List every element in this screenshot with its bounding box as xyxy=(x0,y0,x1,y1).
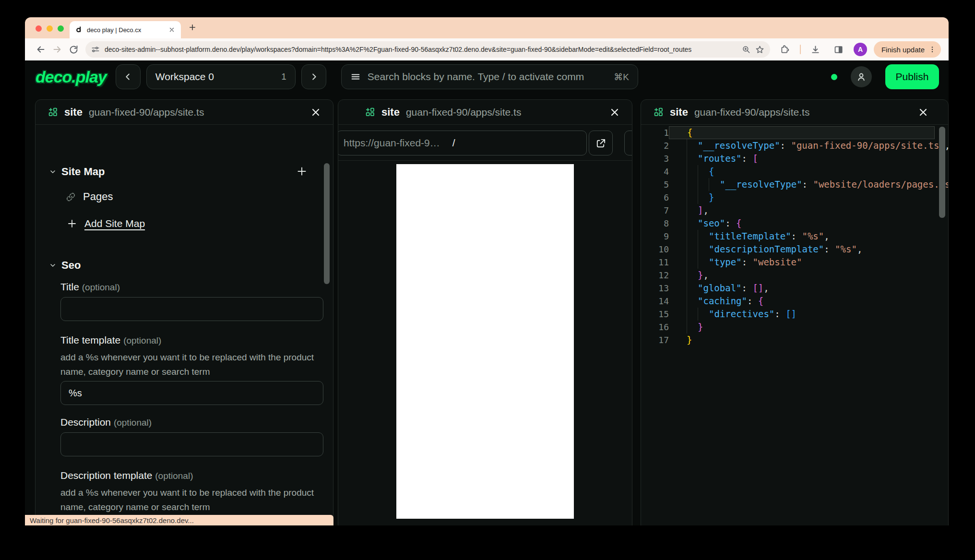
code-token: "titleTemplate" xyxy=(709,231,791,241)
code-line-content[interactable]: } xyxy=(669,334,948,346)
left-panel-scrollbar[interactable] xyxy=(324,163,330,284)
code-line[interactable]: 14"caching": { xyxy=(641,295,948,308)
reload-icon[interactable] xyxy=(65,41,82,58)
code-line[interactable]: 10"descriptionTemplate": "%s", xyxy=(641,243,948,256)
code-line-content[interactable]: ], xyxy=(669,204,948,217)
close-icon[interactable] xyxy=(917,107,929,118)
code-line[interactable]: 12}, xyxy=(641,269,948,282)
code-token: "directives" xyxy=(709,309,774,319)
title-input[interactable] xyxy=(60,297,323,321)
code-token: [ xyxy=(752,153,758,164)
code-token: : xyxy=(824,244,835,254)
close-icon[interactable] xyxy=(310,107,321,118)
browser-menu-icon[interactable] xyxy=(928,46,936,53)
bookmark-star-icon[interactable] xyxy=(755,45,764,54)
browser-tab[interactable]: deco play | Deco.cx xyxy=(70,21,181,38)
code-line[interactable]: 3"routes": [ xyxy=(641,152,948,165)
user-avatar[interactable] xyxy=(851,66,872,87)
add-site-map-link[interactable]: Add Site Map xyxy=(66,214,145,233)
address-bar[interactable]: deco-sites-admin--subhost-platform.deno.… xyxy=(85,41,770,58)
code-line[interactable]: 9"titleTemplate": "%s", xyxy=(641,230,948,243)
forward-icon[interactable] xyxy=(49,41,65,58)
menu-hamburger-icon[interactable] xyxy=(350,71,361,82)
code-line[interactable]: 15"directives": [] xyxy=(641,308,948,321)
publish-button[interactable]: Publish xyxy=(885,64,939,89)
preview-url-input[interactable]: https://guan-fixed-9… / xyxy=(338,131,587,155)
code-line-content[interactable]: "global": [], xyxy=(669,282,948,295)
code-token: ] xyxy=(698,205,703,215)
title-field-label: Title (optional) xyxy=(60,281,120,293)
workspace-prev-button[interactable] xyxy=(116,64,141,89)
indent-guide xyxy=(709,178,720,191)
site-map-section-header[interactable]: Site Map xyxy=(49,162,105,181)
site-map-item-pages[interactable]: Pages xyxy=(65,187,113,206)
line-number: 14 xyxy=(641,295,669,308)
line-number: 13 xyxy=(641,282,669,295)
code-line[interactable]: 17} xyxy=(641,334,948,346)
finish-update-button[interactable]: Finish update xyxy=(874,41,941,58)
extensions-puzzle-icon[interactable] xyxy=(777,41,793,58)
indent-guide xyxy=(687,217,698,230)
block-search-input[interactable]: Search blocks by name. Type / to activat… xyxy=(341,64,638,89)
site-preview-viewport[interactable] xyxy=(396,164,574,519)
code-line-content[interactable]: } xyxy=(669,321,948,334)
side-panel-icon[interactable] xyxy=(831,41,847,58)
code-line[interactable]: 11"type": "website" xyxy=(641,256,948,269)
open-external-button[interactable] xyxy=(589,131,613,155)
zoom-window-button[interactable] xyxy=(58,25,64,32)
code-line[interactable]: 8"seo": { xyxy=(641,217,948,230)
window-controls xyxy=(36,25,64,32)
close-window-button[interactable] xyxy=(36,25,42,32)
deco-play-logo[interactable]: deco.play xyxy=(36,68,107,86)
code-line-content[interactable]: } xyxy=(669,191,948,204)
code-line-content[interactable]: "__resolveType": "website/loaders/pages.… xyxy=(669,178,948,191)
workspace-next-button[interactable] xyxy=(301,64,326,89)
chevron-down-icon[interactable] xyxy=(49,168,57,176)
line-number: 8 xyxy=(641,217,669,230)
code-line-content[interactable]: "descriptionTemplate": "%s", xyxy=(669,243,948,256)
add-site-map-plus-icon[interactable] xyxy=(296,165,308,178)
tab-close-icon[interactable] xyxy=(168,26,175,33)
url-text[interactable]: deco-sites-admin--subhost-platform.deno.… xyxy=(105,46,737,53)
code-line-content[interactable]: "caching": { xyxy=(669,295,948,308)
code-line-content[interactable]: "titleTemplate": "%s", xyxy=(669,230,948,243)
optional-hint: (optional) xyxy=(114,417,152,428)
code-line-content[interactable]: "routes": [ xyxy=(669,152,948,165)
chrome-profile-avatar[interactable]: A xyxy=(854,43,867,56)
preview-url-path: / xyxy=(452,137,455,149)
new-tab-icon[interactable] xyxy=(188,23,197,32)
back-icon[interactable] xyxy=(33,41,49,58)
code-line[interactable]: 1{ xyxy=(641,126,948,139)
plus-icon xyxy=(66,218,78,229)
title-template-input[interactable] xyxy=(60,381,323,405)
code-line-content[interactable]: { xyxy=(669,126,935,139)
code-line-content[interactable]: { xyxy=(669,165,948,178)
chevron-down-icon[interactable] xyxy=(49,262,57,269)
code-line[interactable]: 16} xyxy=(641,321,948,334)
code-line[interactable]: 5"__resolveType": "website/loaders/pages… xyxy=(641,178,948,191)
code-line[interactable]: 4{ xyxy=(641,165,948,178)
code-editor[interactable]: 1{2"__resolveType": "guan-fixed-90/apps/… xyxy=(641,126,948,346)
code-line-content[interactable]: "seo": { xyxy=(669,217,948,230)
code-line[interactable]: 6} xyxy=(641,191,948,204)
code-editor-scrollbar[interactable] xyxy=(939,127,945,218)
close-icon[interactable] xyxy=(609,107,620,118)
code-line[interactable]: 7], xyxy=(641,204,948,217)
site-settings-icon[interactable] xyxy=(91,45,100,54)
seo-section-header[interactable]: Seo xyxy=(49,256,81,275)
code-token: : xyxy=(742,153,753,164)
description-input[interactable] xyxy=(60,432,323,456)
code-line-content[interactable]: }, xyxy=(669,269,948,282)
code-line-content[interactable]: "directives": [] xyxy=(669,308,948,321)
zoom-page-icon[interactable] xyxy=(742,45,750,54)
preview-extra-button[interactable] xyxy=(624,131,632,155)
code-token: : xyxy=(747,296,758,306)
code-line-content[interactable]: "type": "website" xyxy=(669,256,948,269)
minimize-window-button[interactable] xyxy=(47,25,53,32)
downloads-icon[interactable] xyxy=(808,41,824,58)
code-line[interactable]: 13"global": [], xyxy=(641,282,948,295)
code-line-content[interactable]: "__resolveType": "guan-fixed-90/apps/sit… xyxy=(669,139,948,152)
workspace-selector[interactable]: Workspace 0 1 xyxy=(146,64,296,89)
code-line[interactable]: 2"__resolveType": "guan-fixed-90/apps/si… xyxy=(641,139,948,152)
code-token: } xyxy=(687,334,692,345)
